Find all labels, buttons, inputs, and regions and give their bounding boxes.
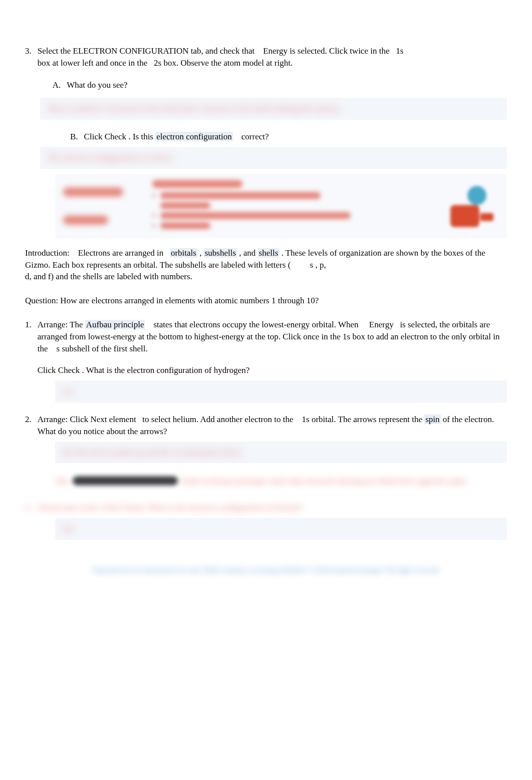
introduction-paragraph: Introduction: Electrons are arranged in …	[25, 247, 507, 283]
q2-1s: 1s	[302, 415, 310, 424]
q1-check-a: Click	[38, 365, 58, 375]
bullet-icon	[152, 194, 155, 197]
activity-b2	[160, 212, 351, 219]
q3-p4: box. Observe the atom model at right.	[163, 58, 293, 68]
q3-b-p2: . Is this	[126, 132, 155, 141]
bullet-icon	[152, 214, 155, 217]
q3-body: Select the ELECTRON CONFIGURATION tab, a…	[38, 45, 507, 94]
activity-card	[55, 174, 507, 238]
keyword-shells: shells	[258, 248, 280, 258]
q3-a-letter: A.	[53, 79, 61, 91]
q3b-line: Check your work: Click Check. What is th…	[38, 502, 507, 514]
q3-b-p3: correct?	[239, 132, 269, 141]
keyword-spin: spin	[424, 415, 440, 424]
keyword-subshells: subshells	[204, 248, 237, 258]
q1-number: 1.	[25, 319, 32, 376]
q3b-number: 3.	[25, 502, 32, 514]
q3-p1: Select the ELECTRON CONFIGURATION tab, a…	[38, 46, 257, 56]
question-line: Question: How are electrons arranged in …	[25, 295, 507, 307]
pauli-principle-hidden-icon	[73, 476, 178, 485]
q2-p2: to select helium. Add another electron t…	[140, 415, 296, 424]
q1-check: Check	[58, 365, 80, 375]
q1-check-b: . What is the electron configuration of …	[80, 365, 249, 375]
electron-configuration-keyword: electron configuration	[155, 132, 233, 141]
q1-p1: Arrange: The	[38, 320, 85, 329]
intro-c1: ,	[197, 248, 204, 258]
q3-sub-b: B. Click Check . Is this electron config…	[25, 131, 507, 143]
question-3b-hidden: 3. Check your work: Click Check. What is…	[25, 502, 507, 514]
hidden-answer-q2a: the first arrow points up and the second…	[55, 442, 507, 464]
q3-text: Select the ELECTRON CONFIGURATION tab, a…	[38, 46, 404, 68]
activity-card-left	[63, 178, 143, 234]
atom-illustration-icon	[447, 183, 495, 229]
activity-card-image	[444, 178, 499, 234]
q1-energy: Energy	[369, 320, 394, 329]
hidden-answer-3b-text: The electron configuration is correct.	[47, 152, 197, 164]
intro-p1: Electrons are arranged in	[76, 248, 166, 258]
q2-next-element: Next element	[91, 415, 136, 424]
intro-c2: , and	[237, 248, 258, 258]
q3-b-letter: B.	[70, 131, 78, 143]
question-2: 2. Arrange: Click Next element to select…	[25, 414, 507, 438]
activity-b3	[160, 222, 210, 229]
keyword-aufbau-principle: Aufbau principle	[85, 320, 145, 329]
activity-b1	[160, 192, 321, 199]
activity-card-mid	[152, 178, 435, 234]
q3-1s: 1s	[396, 46, 403, 56]
q1-body: Arrange: The Aufbau principle states tha…	[38, 319, 507, 376]
q3-b-p1: Click	[84, 132, 105, 141]
question-3: 3. Select the ELECTRON CONFIGURATION tab…	[25, 45, 507, 94]
activity-bullet-2	[152, 212, 435, 219]
q2-p1: Arrange: Click	[38, 415, 91, 424]
intro-label: Introduction:	[25, 248, 70, 258]
q2-body: Arrange: Click Next element to select he…	[38, 414, 507, 438]
hidden-answer-q2a-text: the first arrow points up and the second…	[62, 447, 273, 459]
pauli-tail-hidden: Pauli exclusion principle states that el…	[182, 475, 468, 487]
activity-bullet-1	[152, 192, 435, 199]
activity-label-b-hidden	[63, 216, 108, 225]
q1-1s: 1s	[343, 332, 350, 341]
activity-bullet-3	[152, 222, 435, 229]
q3-p3: box at lower left and once in the	[38, 58, 150, 68]
footer: Reproduction for educational use only. P…	[25, 564, 507, 576]
q3-p2: is selected. Click twice in the	[290, 46, 391, 56]
activity-title-hidden	[152, 180, 242, 188]
activity-b1b	[160, 202, 210, 209]
q2-p3: orbital. The arrows represent the	[310, 415, 425, 424]
pauli-pre-hidden: The	[55, 475, 68, 487]
q3-2s: 2s	[154, 58, 161, 68]
q3-sub-a: A. What do you see?	[38, 79, 507, 91]
hidden-answer-3a-text: There would be 2 electrons in the shell …	[47, 103, 500, 115]
hidden-answer-q3b-text: 1s2	[62, 523, 82, 535]
q3-number: 3.	[25, 45, 32, 94]
keyword-orbitals: orbitals	[170, 248, 197, 258]
question-1: 1. Arrange: The Aufbau principle states …	[25, 319, 507, 376]
hidden-answer-q3b: 1s2	[55, 518, 507, 540]
q2-number: 2.	[25, 414, 32, 438]
pauli-line: The Pauli exclusion principle states tha…	[25, 474, 507, 487]
intro-csp: ,	[313, 260, 320, 270]
hidden-answer-q1-text: 1s1	[62, 385, 82, 398]
hidden-answer-3b: The electron configuration is correct.	[40, 147, 507, 169]
activity-label-a-hidden	[63, 187, 123, 197]
activity-bullet-1b	[152, 202, 435, 209]
hidden-answer-3a: There would be 2 electrons in the shell …	[40, 98, 507, 120]
q3-a-text: What do you see?	[67, 79, 507, 91]
intro-p3: d, and f) and the shells are labeled wit…	[25, 272, 192, 281]
q3-b-body: Click Check . Is this electron configura…	[84, 131, 507, 143]
q3-energy: Energy	[263, 46, 288, 56]
bullet-icon	[152, 224, 155, 227]
q3-b-check: Check	[105, 132, 126, 141]
q1-p2: states that electrons occupy the lowest-…	[151, 320, 361, 329]
hidden-answer-q1: 1s1	[55, 380, 507, 403]
q1-p5: subshell of the first shell.	[60, 344, 148, 353]
letter-p: p	[320, 260, 324, 270]
footer-text-hidden: Reproduction for educational use only. P…	[93, 565, 439, 575]
